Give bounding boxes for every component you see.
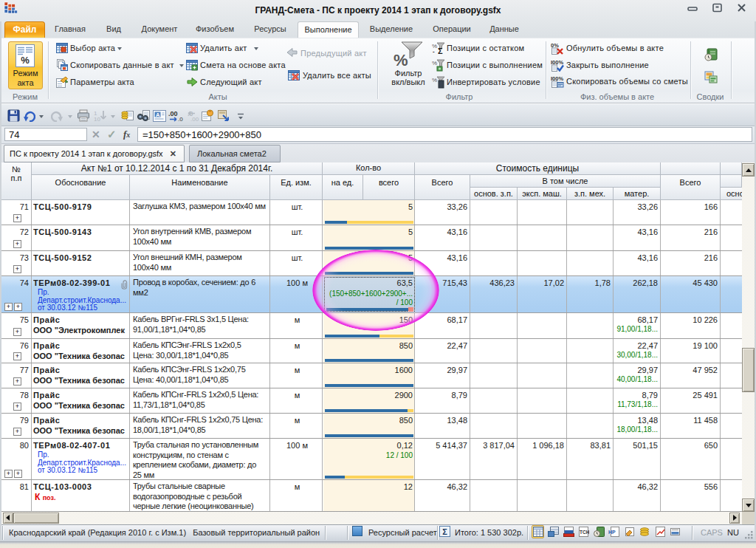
svg-text:.00: .00 xyxy=(168,110,178,117)
svg-text:.0: .0 xyxy=(178,116,183,122)
svg-text:%: % xyxy=(432,77,437,83)
svg-text:%: % xyxy=(432,60,437,66)
svg-text:%: % xyxy=(21,55,30,66)
svg-text:.00: .00 xyxy=(190,116,199,122)
svg-text:Σ: Σ xyxy=(438,47,443,55)
svg-text:10: 10 xyxy=(94,116,100,123)
svg-text:НР: НР xyxy=(608,530,616,535)
svg-text:A: A xyxy=(156,112,160,118)
svg-text:-: - xyxy=(433,48,435,55)
svg-text:ТСН: ТСН xyxy=(580,530,589,535)
svg-text:%: % xyxy=(394,51,408,69)
